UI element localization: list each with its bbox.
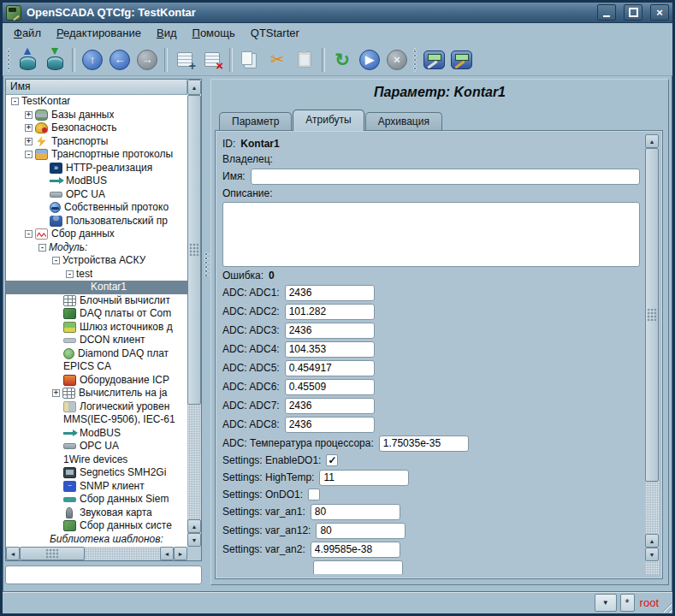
tree-hscroll-thumb[interactable] bbox=[20, 547, 85, 560]
expander-plus-icon[interactable]: + bbox=[25, 138, 33, 145]
menu-item-2[interactable]: Редактирование bbox=[49, 24, 149, 42]
tree-item[interactable]: Логический уровен bbox=[6, 400, 187, 414]
tree-hscroll-left-button[interactable]: ◄ bbox=[6, 547, 20, 560]
tree-item[interactable]: HTTP-реализация bbox=[6, 162, 187, 175]
toolbar-handle[interactable] bbox=[412, 48, 418, 72]
vision-tools-button[interactable] bbox=[447, 46, 475, 74]
field-input[interactable] bbox=[319, 470, 409, 486]
stop-button[interactable]: × bbox=[383, 46, 411, 74]
toolbar-handle[interactable] bbox=[6, 48, 12, 72]
tree-item[interactable]: 1Wire devices bbox=[6, 453, 187, 467]
tree-item[interactable]: -Устройства АСКУ bbox=[6, 254, 187, 268]
tree-item[interactable]: ModBUS bbox=[6, 427, 187, 441]
status-field-dropdown[interactable]: ▼ bbox=[595, 594, 617, 612]
expander-minus-icon[interactable]: - bbox=[11, 98, 19, 105]
tree-item[interactable]: Блочный вычислит bbox=[6, 294, 187, 308]
field-checkbox[interactable] bbox=[308, 489, 320, 500]
tree-item[interactable]: +Базы данных bbox=[6, 109, 187, 122]
tree-item[interactable]: DCON клиент bbox=[6, 334, 187, 347]
field-input[interactable] bbox=[251, 169, 640, 185]
field-input[interactable] bbox=[285, 417, 375, 433]
tree-item[interactable]: -Модуль: bbox=[6, 241, 187, 255]
expander-minus-icon[interactable]: - bbox=[38, 244, 46, 252]
expander-plus-icon[interactable]: + bbox=[25, 124, 33, 132]
tree-item[interactable]: -TestKontar bbox=[6, 95, 187, 109]
tree-item[interactable]: Diamond DAQ плат bbox=[6, 347, 187, 361]
expander-plus-icon[interactable]: + bbox=[25, 111, 33, 119]
tree-item[interactable]: OPC UA bbox=[6, 440, 187, 453]
add-item-button[interactable]: + bbox=[171, 46, 198, 74]
tree-item[interactable]: +Безопасность bbox=[6, 121, 187, 135]
form-vscroll-up-button[interactable]: ▲ bbox=[645, 534, 659, 548]
tree-item[interactable]: -Транспортные протоколы bbox=[6, 148, 187, 162]
tree-hscroll-right-button[interactable]: ► bbox=[174, 547, 187, 560]
tree-vscroll-up-button[interactable]: ▲ bbox=[187, 519, 201, 533]
form-vscroll-thumb[interactable] bbox=[645, 148, 659, 482]
close-button[interactable]: × bbox=[650, 4, 669, 21]
tree-hscroll-left-button-2[interactable]: ◄ bbox=[160, 547, 174, 560]
tree-item[interactable]: ModBUS bbox=[6, 175, 187, 188]
tab-3[interactable]: Архивация bbox=[365, 112, 442, 132]
menu-item-4[interactable]: Помощь bbox=[185, 24, 243, 42]
tree-item[interactable]: MMS(IEC-9506), IEC-61 bbox=[6, 413, 187, 427]
field-input[interactable] bbox=[311, 542, 400, 558]
tree-vscroll-thumb[interactable] bbox=[187, 95, 201, 405]
tree-item[interactable]: Segnetics SMH2Gi bbox=[6, 466, 187, 480]
tree-item[interactable]: Звуковая карта bbox=[6, 506, 187, 520]
field-input[interactable] bbox=[285, 323, 375, 339]
expander-minus-icon[interactable]: - bbox=[66, 270, 74, 278]
field-input[interactable] bbox=[285, 341, 375, 358]
back-button[interactable]: ← bbox=[106, 46, 133, 74]
form-vscroll-top-button[interactable]: ▲ bbox=[645, 134, 659, 148]
field-input[interactable] bbox=[313, 560, 403, 575]
tree-filter-input[interactable] bbox=[5, 566, 202, 584]
tree-item[interactable]: -test bbox=[6, 268, 187, 281]
start-button[interactable]: ▶ bbox=[356, 46, 383, 74]
splitter-handle[interactable] bbox=[204, 252, 210, 276]
field-input[interactable] bbox=[285, 398, 375, 414]
tree-item[interactable]: DAQ платы от Com bbox=[6, 307, 187, 321]
tree-item[interactable]: Kontar1 bbox=[6, 281, 187, 294]
resize-grip[interactable] bbox=[659, 600, 672, 613]
tree-item[interactable]: Сбор данных систе bbox=[6, 519, 187, 533]
tree-item[interactable]: Шлюз источников д bbox=[6, 321, 187, 335]
expander-minus-icon[interactable]: - bbox=[25, 230, 33, 238]
status-star-button[interactable]: * bbox=[620, 594, 635, 612]
tree-item[interactable]: OPC UA bbox=[6, 188, 187, 202]
expander-minus-icon[interactable]: - bbox=[25, 151, 33, 158]
minimize-button[interactable] bbox=[597, 4, 616, 21]
field-input[interactable] bbox=[316, 523, 406, 539]
maximize-button[interactable] bbox=[624, 4, 642, 21]
save-to-db-button[interactable]: ▼ bbox=[41, 46, 68, 74]
tree-item[interactable]: -Сбор данных bbox=[6, 228, 187, 241]
tree-item[interactable]: +Транспорты bbox=[6, 135, 187, 149]
menu-item-3[interactable]: Вид bbox=[149, 24, 185, 42]
form-vscroll-down-button[interactable]: ▼ bbox=[645, 548, 659, 561]
refresh-button[interactable]: ↻ bbox=[329, 46, 356, 74]
tree-item[interactable]: Сбор данных Siem bbox=[6, 493, 187, 506]
tree-vscroll-down-button[interactable]: ▼ bbox=[187, 533, 201, 547]
tree-item[interactable]: Собственный протоко bbox=[6, 201, 187, 215]
field-input[interactable] bbox=[285, 304, 375, 320]
forward-button[interactable]: → bbox=[133, 46, 161, 74]
tree-item[interactable]: +Вычислитель на ja bbox=[6, 387, 187, 400]
expander-minus-icon[interactable]: - bbox=[52, 257, 60, 264]
tab-1[interactable]: Параметр bbox=[219, 112, 292, 132]
field-input[interactable] bbox=[285, 379, 375, 395]
paste-item-button[interactable] bbox=[291, 46, 318, 74]
field-input[interactable] bbox=[311, 504, 400, 520]
delete-item-button[interactable]: × bbox=[198, 46, 226, 74]
expander-plus-icon[interactable]: + bbox=[52, 389, 60, 397]
tab-2[interactable]: Атрибуты bbox=[293, 110, 364, 131]
tree-item[interactable]: Пользовательский пр bbox=[6, 215, 187, 228]
cut-item-button[interactable]: ✂ bbox=[263, 46, 291, 74]
tree-item[interactable]: Оборудование ICP bbox=[6, 374, 187, 388]
description-textarea[interactable] bbox=[222, 202, 640, 267]
tree-item[interactable]: Библиотека шаблонов: bbox=[6, 533, 187, 547]
field-input[interactable] bbox=[285, 360, 375, 376]
copy-item-button[interactable] bbox=[236, 46, 263, 74]
load-from-db-button[interactable]: ▲ bbox=[14, 46, 41, 74]
tree-scroll-up-button[interactable]: ▲ bbox=[187, 80, 201, 95]
tree-item[interactable]: SNMP клиент bbox=[6, 480, 187, 494]
menu-item-1[interactable]: Файл bbox=[6, 24, 49, 42]
